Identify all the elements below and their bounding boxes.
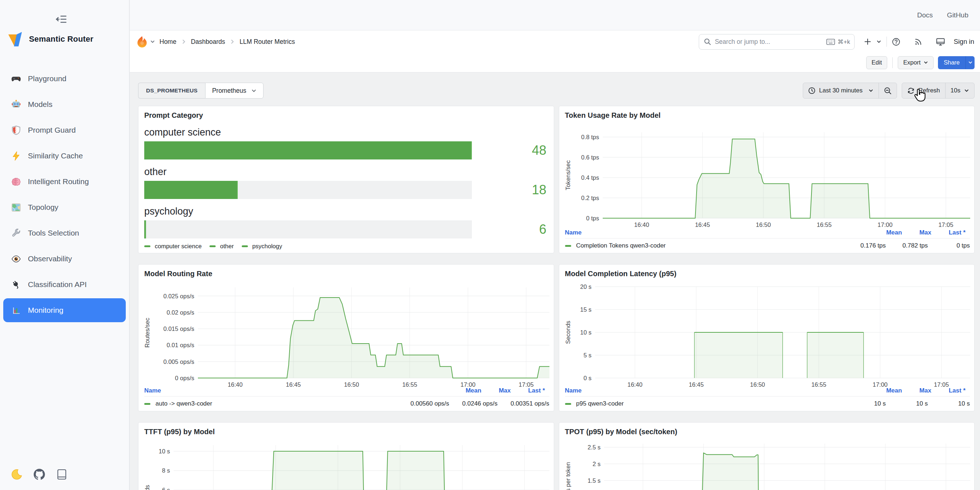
panel-title[interactable]: Prompt Category (144, 110, 549, 123)
sidebar-item-models[interactable]: Models (3, 92, 126, 116)
svg-text:0.025 ops/s: 0.025 ops/s (164, 293, 194, 299)
datasource-variable-label: DS_PROMETHEUS (138, 83, 205, 99)
series-color-dash-icon (144, 245, 150, 247)
eye-icon (11, 254, 21, 264)
chart-canvas[interactable]: 0 s5 s10 s15 s20 s16:4016:4516:5016:5517… (565, 281, 970, 387)
panel-title[interactable]: Token Usage Rate by Model (565, 110, 970, 123)
legend-header-name[interactable]: Name (144, 387, 453, 394)
panel-grid: Prompt Category computer science48other1… (138, 106, 975, 490)
sidebar-item-tools-selection[interactable]: Tools Selection (3, 221, 126, 245)
bar-gauge: computer science48other18psychology6 (144, 123, 549, 239)
breadcrumb-dashboards[interactable]: Dashboards (191, 38, 225, 46)
datasource-variable: DS_PROMETHEUS Prometheus (138, 83, 264, 99)
rss-icon[interactable] (914, 38, 923, 46)
export-button[interactable]: Export (898, 56, 934, 69)
panel-title[interactable]: Model Completion Latency (p95) (565, 268, 970, 281)
time-range-group: Last 30 minutes (803, 83, 897, 99)
org-switcher-caret-icon[interactable] (150, 39, 155, 44)
svg-text:17:00: 17:00 (872, 381, 887, 387)
sidebar-item-label: Classification API (28, 280, 87, 289)
share-button[interactable]: Share (938, 56, 975, 69)
legend-header-mean[interactable]: Mean (886, 229, 906, 236)
monitor-icon[interactable] (936, 38, 945, 46)
bar-fill (144, 142, 472, 159)
legend-header-last[interactable]: Last * (528, 387, 549, 394)
share-caret-icon[interactable] (966, 56, 975, 69)
refresh-interval-select[interactable]: 10s (945, 83, 974, 98)
edit-button[interactable]: Edit (866, 56, 887, 69)
sidebar-item-label: Intelligent Routing (28, 177, 89, 186)
github-link[interactable]: GitHub (947, 11, 969, 19)
chart-canvas[interactable]: 0 ops/s0.005 ops/s0.01 ops/s0.015 ops/s0… (144, 281, 549, 387)
github-icon[interactable] (34, 469, 45, 480)
time-series-chart: 2.5 s2 s1.5 s1 s0.5 s0 s16:4016:4516:501… (565, 439, 970, 490)
chart-canvas[interactable]: 2.5 s2 s1.5 s1 s0.5 s0 s16:4016:4516:501… (565, 439, 970, 490)
series-color-dash-icon (210, 245, 216, 247)
sidebar-collapse-button[interactable] (56, 14, 67, 24)
legend-header-max[interactable]: Max (499, 387, 515, 394)
help-icon[interactable] (892, 38, 900, 46)
svg-text:0.005 ops/s: 0.005 ops/s (164, 358, 194, 365)
zoom-out-button[interactable] (879, 83, 897, 98)
chevron-down-icon (923, 60, 928, 65)
add-caret-icon[interactable] (877, 39, 881, 44)
legend-header-max[interactable]: Max (920, 387, 936, 394)
breadcrumb-current-dashboard[interactable]: LLM Router Metrics (240, 38, 295, 46)
panel-title[interactable]: TTFT (p95) by Model (144, 426, 549, 439)
legend-series-toggle[interactable]: psychology (242, 243, 282, 250)
plug-icon (11, 280, 21, 290)
sidebar-item-classification-api[interactable]: Classification API (3, 272, 126, 296)
breadcrumb-home[interactable]: Home (159, 38, 177, 46)
bar-category-label: psychology (144, 205, 549, 218)
legend-series-toggle[interactable]: other (210, 243, 234, 250)
legend-header-name[interactable]: Name (565, 387, 873, 394)
svg-text:8 s: 8 s (162, 467, 170, 474)
panel-title[interactable]: TPOT (p95) by Model (sec/token) (565, 426, 970, 439)
legend-header-mean[interactable]: Mean (886, 387, 906, 394)
time-range-button[interactable]: Last 30 minutes (803, 83, 878, 98)
legend-header-last[interactable]: Last * (949, 229, 970, 236)
moon-icon[interactable] (11, 469, 22, 480)
legend-header-last[interactable]: Last * (949, 387, 970, 394)
sidebar-item-prompt-guard[interactable]: Prompt Guard (3, 118, 126, 142)
docs-link[interactable]: Docs (917, 11, 933, 19)
sidebar-item-similarity-cache[interactable]: Similarity Cache (3, 144, 126, 168)
grafana-logo[interactable] (136, 35, 148, 48)
legend-series-toggle[interactable]: computer science (144, 243, 202, 250)
legend-header-name[interactable]: Name (565, 229, 873, 236)
sidebar-item-monitoring[interactable]: Monitoring (3, 298, 126, 322)
legend-header-max[interactable]: Max (920, 229, 936, 236)
sidebar-item-topology[interactable]: Topology (3, 195, 126, 219)
svg-text:16:40: 16:40 (634, 221, 649, 228)
legend-header-mean[interactable]: Mean (466, 387, 486, 394)
chart-legend: Name Mean Max Last * Completion Tokens q… (565, 227, 970, 253)
svg-text:16:55: 16:55 (811, 381, 826, 387)
time-series-chart: 0 tps0.2 tps0.4 tps0.6 tps0.8 tps16:4016… (565, 123, 970, 227)
legend-series-toggle[interactable]: p95 qwen3-coder (565, 400, 844, 407)
svg-text:Seconds per token: Seconds per token (565, 462, 571, 490)
svg-text:16:45: 16:45 (286, 381, 301, 387)
svg-text:0.6 tps: 0.6 tps (581, 154, 599, 161)
series-color-dash-icon (144, 403, 150, 405)
panel-title[interactable]: Model Routing Rate (144, 268, 549, 281)
sign-in-button[interactable]: Sign in (953, 38, 974, 46)
svg-text:Seconds: Seconds (565, 321, 571, 344)
sidebar-item-playground[interactable]: Playground (3, 67, 126, 91)
series-color-dash-icon (565, 245, 571, 247)
svg-text:Tokens/sec: Tokens/sec (565, 160, 571, 190)
sidebar-item-observability[interactable]: Observability (3, 247, 126, 271)
refresh-button[interactable]: Refresh (902, 83, 945, 98)
search-placeholder: Search or jump to... (715, 38, 823, 46)
chart-canvas[interactable]: 0 tps0.2 tps0.4 tps0.6 tps0.8 tps16:4016… (565, 123, 970, 229)
legend-series-toggle[interactable]: Completion Tokens qwen3-coder (565, 242, 844, 249)
add-icon[interactable] (864, 38, 871, 45)
book-icon[interactable] (56, 469, 67, 480)
search-input[interactable]: Search or jump to... ⌘+k (699, 34, 854, 50)
svg-text:16:55: 16:55 (402, 381, 417, 387)
sidebar-item-intelligent-routing[interactable]: Intelligent Routing (3, 170, 126, 194)
datasource-variable-select[interactable]: Prometheus (205, 83, 264, 99)
legend-last-value: 0.00351 ops/s (511, 400, 549, 407)
chart-canvas[interactable]: 10 s8 s6 s4 s2 s0 s16:4016:4516:5016:551… (144, 439, 549, 490)
bar-category-label: computer science (144, 126, 549, 138)
legend-series-toggle[interactable]: auto -> qwen3-coder (144, 400, 398, 407)
